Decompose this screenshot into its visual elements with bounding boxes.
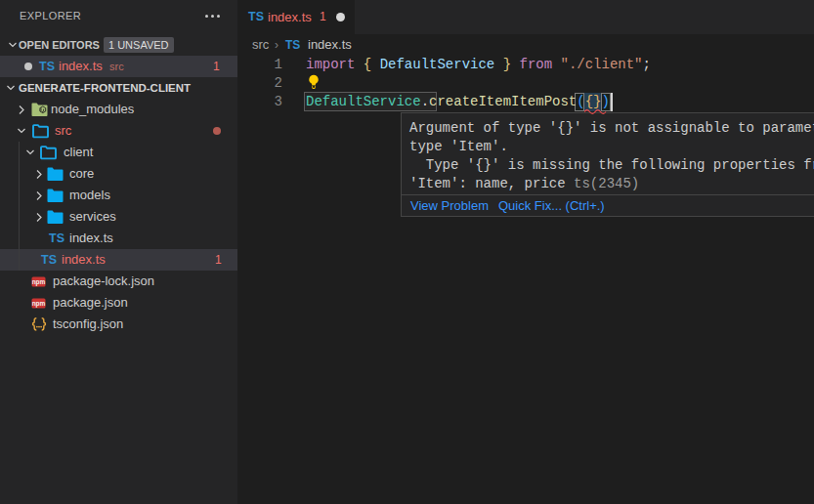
svg-text:npm: npm bbox=[32, 278, 46, 286]
svg-text:npm: npm bbox=[32, 300, 46, 308]
